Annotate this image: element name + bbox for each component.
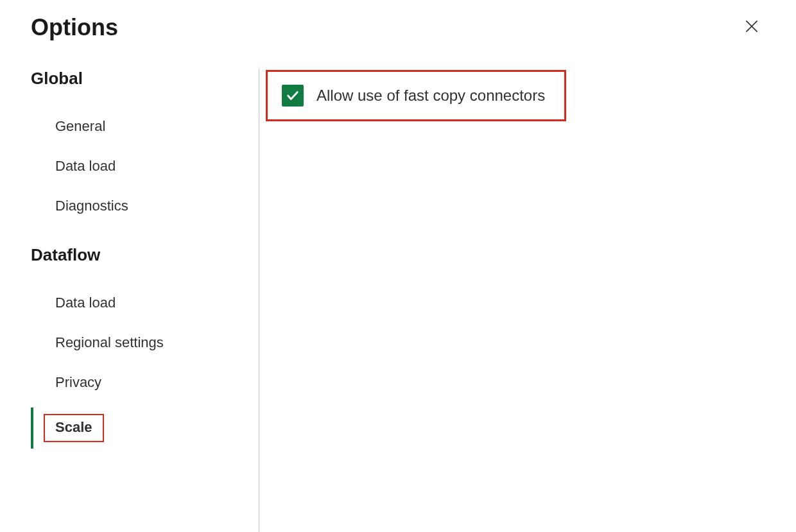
fast-copy-highlight: Allow use of fast copy connectors xyxy=(266,70,566,121)
sidebar-item-general[interactable]: General xyxy=(31,107,259,146)
sidebar-item-regional-settings[interactable]: Regional settings xyxy=(31,323,259,363)
sidebar-section-global: Global xyxy=(31,69,259,89)
sidebar-item-data-load-global[interactable]: Data load xyxy=(31,146,259,186)
sidebar-item-data-load-dataflow[interactable]: Data load xyxy=(31,283,259,323)
sidebar-item-diagnostics[interactable]: Diagnostics xyxy=(31,186,259,226)
sidebar-item-scale[interactable]: Scale xyxy=(31,402,259,454)
sidebar-item-scale-label: Scale xyxy=(44,414,104,442)
content-pane: Allow use of fast copy connectors xyxy=(259,69,765,532)
sidebar: Global General Data load Diagnostics Dat… xyxy=(31,69,259,532)
page-title: Options xyxy=(31,14,118,41)
sidebar-section-dataflow: Dataflow xyxy=(31,245,259,265)
close-icon xyxy=(743,18,760,35)
close-button[interactable] xyxy=(738,13,765,42)
sidebar-item-privacy[interactable]: Privacy xyxy=(31,363,259,402)
checkmark-icon xyxy=(286,89,300,103)
fast-copy-checkbox[interactable] xyxy=(282,85,304,107)
fast-copy-label: Allow use of fast copy connectors xyxy=(316,87,545,105)
